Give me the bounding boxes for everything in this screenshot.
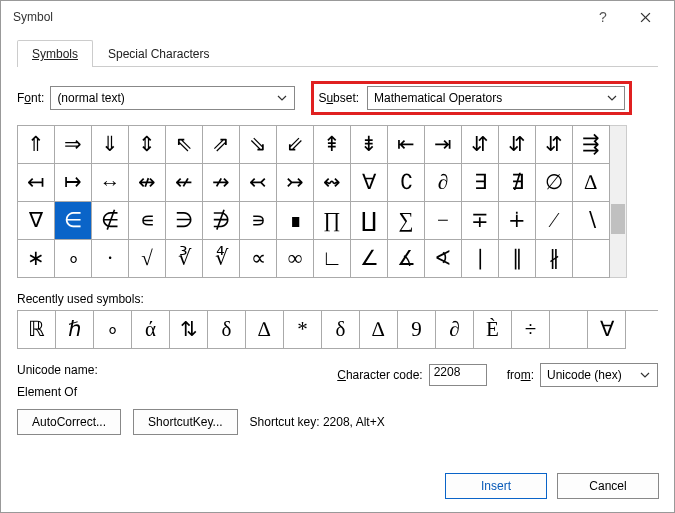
- symbol-cell[interactable]: ∦: [536, 240, 573, 278]
- symbol-cell[interactable]: ∢: [425, 240, 462, 278]
- symbol-cell[interactable]: ∆: [573, 164, 610, 202]
- symbol-cell[interactable]: ⇥: [425, 126, 462, 164]
- recent-symbol-cell[interactable]: ⇅: [170, 311, 208, 349]
- symbol-cell[interactable]: ∐: [351, 202, 388, 240]
- grid-scrollbar[interactable]: [610, 125, 627, 278]
- symbol-cell[interactable]: ∊: [129, 202, 166, 240]
- scrollbar-thumb[interactable]: [611, 204, 625, 234]
- symbol-cell[interactable]: ∡: [388, 240, 425, 278]
- symbol-cell[interactable]: ⇶: [573, 126, 610, 164]
- symbol-cell[interactable]: ↛: [203, 164, 240, 202]
- symbol-cell[interactable]: ∛: [166, 240, 203, 278]
- symbol-cell[interactable]: ∏: [314, 202, 351, 240]
- symbol-cell[interactable]: ∥: [499, 240, 536, 278]
- symbol-cell[interactable]: ⇘: [240, 126, 277, 164]
- symbol-cell[interactable]: ∞: [277, 240, 314, 278]
- symbol-cell[interactable]: ⇵: [462, 126, 499, 164]
- symbol-cell[interactable]: −: [425, 202, 462, 240]
- symbol-cell[interactable]: ∉: [92, 202, 129, 240]
- recent-symbol-cell[interactable]: δ: [322, 311, 360, 349]
- recent-symbol-cell[interactable]: ά: [132, 311, 170, 349]
- symbol-cell[interactable]: ∇: [18, 202, 55, 240]
- chevron-down-icon: [274, 93, 290, 103]
- recent-symbol-cell[interactable]: ∆: [360, 311, 398, 349]
- symbol-cell[interactable]: ∀: [351, 164, 388, 202]
- symbol-cell[interactable]: [573, 240, 610, 278]
- symbol-cell[interactable]: ∈: [55, 202, 92, 240]
- unicode-name-label: Unicode name:: [17, 363, 297, 377]
- symbol-cell[interactable]: ∍: [240, 202, 277, 240]
- from-select[interactable]: Unicode (hex): [540, 363, 658, 387]
- recent-symbol-cell[interactable]: ∆: [246, 311, 284, 349]
- symbol-cell[interactable]: √: [129, 240, 166, 278]
- symbol-cell[interactable]: ↤: [18, 164, 55, 202]
- cancel-button[interactable]: Cancel: [557, 473, 659, 499]
- symbol-cell[interactable]: ∑: [388, 202, 425, 240]
- symbol-cell[interactable]: ∘: [55, 240, 92, 278]
- recent-symbol-cell[interactable]: δ: [208, 311, 246, 349]
- symbol-cell[interactable]: ∂: [425, 164, 462, 202]
- recent-symbol-cell[interactable]: *: [284, 311, 322, 349]
- recent-symbol-cell[interactable]: ∘: [94, 311, 132, 349]
- close-button[interactable]: [624, 1, 666, 33]
- symbol-cell[interactable]: ↚: [166, 164, 203, 202]
- symbol-cell[interactable]: ↭: [314, 164, 351, 202]
- symbol-cell[interactable]: ∃: [462, 164, 499, 202]
- symbol-cell[interactable]: ↢: [240, 164, 277, 202]
- symbol-cell[interactable]: ⇗: [203, 126, 240, 164]
- recent-symbol-cell[interactable]: ℏ: [56, 311, 94, 349]
- symbol-cell[interactable]: ∔: [499, 202, 536, 240]
- symbol-cell[interactable]: ∙: [92, 240, 129, 278]
- symbol-cell[interactable]: ∜: [203, 240, 240, 278]
- symbol-cell[interactable]: ∌: [203, 202, 240, 240]
- from-label: from:: [507, 368, 534, 382]
- tab-symbols[interactable]: Symbols: [17, 40, 93, 67]
- symbol-cell[interactable]: ∕: [536, 202, 573, 240]
- symbol-cell[interactable]: ⇕: [129, 126, 166, 164]
- symbol-cell[interactable]: ↮: [129, 164, 166, 202]
- symbol-cell[interactable]: ⇞: [314, 126, 351, 164]
- symbol-cell[interactable]: ∣: [462, 240, 499, 278]
- symbol-cell[interactable]: ∠: [351, 240, 388, 278]
- symbol-cell[interactable]: ↣: [277, 164, 314, 202]
- symbol-cell[interactable]: ⇟: [351, 126, 388, 164]
- symbol-cell[interactable]: ∅: [536, 164, 573, 202]
- symbol-cell[interactable]: ⇵: [499, 126, 536, 164]
- tab-special-characters[interactable]: Special Characters: [93, 40, 224, 67]
- autocorrect-button[interactable]: AutoCorrect...: [17, 409, 121, 435]
- subset-select[interactable]: Mathematical Operators: [367, 86, 625, 110]
- shortcut-key-button[interactable]: Shortcut Key...: [133, 409, 238, 435]
- recent-symbol-cell[interactable]: [550, 311, 588, 349]
- symbol-cell[interactable]: ∖: [573, 202, 610, 240]
- symbol-cell[interactable]: ⇖: [166, 126, 203, 164]
- symbol-cell[interactable]: ∓: [462, 202, 499, 240]
- window-title: Symbol: [13, 10, 582, 24]
- font-select[interactable]: (normal text): [50, 86, 295, 110]
- from-select-value: Unicode (hex): [547, 368, 622, 382]
- symbol-cell[interactable]: ∎: [277, 202, 314, 240]
- symbol-cell[interactable]: ⇤: [388, 126, 425, 164]
- help-button[interactable]: ?: [582, 1, 624, 33]
- symbol-cell[interactable]: ∟: [314, 240, 351, 278]
- symbol-cell[interactable]: ↔: [92, 164, 129, 202]
- recent-symbol-cell[interactable]: 9: [398, 311, 436, 349]
- symbol-cell[interactable]: ↦: [55, 164, 92, 202]
- symbol-cell[interactable]: ∋: [166, 202, 203, 240]
- recent-symbol-cell[interactable]: ∀: [588, 311, 626, 349]
- symbol-cell[interactable]: ⇓: [92, 126, 129, 164]
- symbol-cell[interactable]: ∗: [18, 240, 55, 278]
- symbol-cell[interactable]: ∄: [499, 164, 536, 202]
- recent-symbol-cell[interactable]: ∂: [436, 311, 474, 349]
- recent-symbol-cell[interactable]: È: [474, 311, 512, 349]
- symbol-cell[interactable]: ∝: [240, 240, 277, 278]
- symbol-cell[interactable]: ∁: [388, 164, 425, 202]
- symbol-cell[interactable]: ⇑: [18, 126, 55, 164]
- insert-button[interactable]: Insert: [445, 473, 547, 499]
- recent-symbol-cell[interactable]: ℝ: [18, 311, 56, 349]
- symbol-cell[interactable]: ⇙: [277, 126, 314, 164]
- symbol-cell[interactable]: ⇵: [536, 126, 573, 164]
- symbol-cell[interactable]: ⇒: [55, 126, 92, 164]
- font-label: Font:: [17, 91, 44, 105]
- charcode-input[interactable]: 2208: [429, 364, 487, 386]
- recent-symbol-cell[interactable]: ÷: [512, 311, 550, 349]
